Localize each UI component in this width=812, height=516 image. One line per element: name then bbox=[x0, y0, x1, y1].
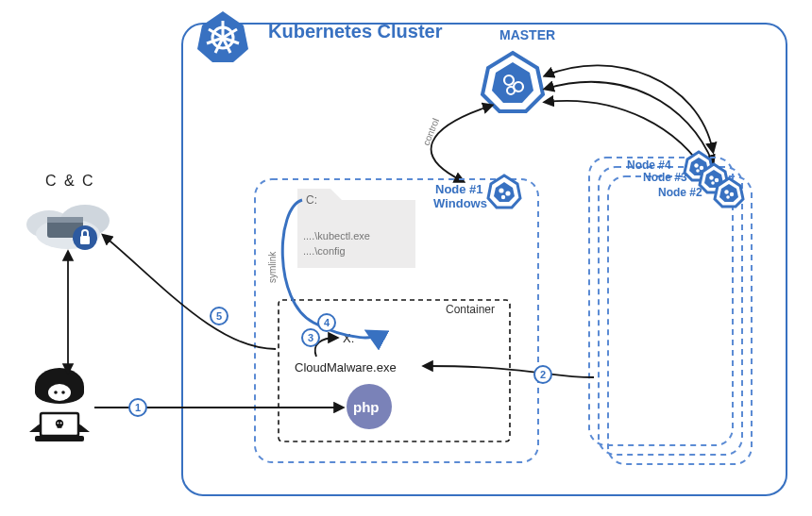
svg-point-27 bbox=[715, 178, 719, 182]
svg-text:4: 4 bbox=[324, 317, 330, 328]
svg-point-28 bbox=[711, 181, 715, 185]
node1-label-line2: Windows bbox=[433, 196, 487, 210]
svg-point-23 bbox=[696, 169, 700, 173]
attacker-icon bbox=[29, 368, 90, 441]
edge-control bbox=[431, 106, 491, 181]
svg-point-31 bbox=[724, 190, 728, 193]
svg-rect-47 bbox=[58, 425, 62, 427]
svg-text:5: 5 bbox=[216, 310, 222, 322]
mount-letter: X: bbox=[343, 331, 354, 345]
node3-box bbox=[599, 167, 742, 455]
drive-letter: C: bbox=[306, 193, 317, 207]
step-badge-4: 4 bbox=[318, 314, 335, 331]
node3-label: Node #3 bbox=[643, 171, 687, 184]
svg-point-48 bbox=[57, 422, 59, 424]
cc-label: C & C bbox=[45, 173, 95, 189]
step-badge-2: 2 bbox=[534, 366, 551, 383]
node4-box bbox=[589, 158, 733, 445]
svg-text:2: 2 bbox=[540, 369, 546, 380]
php-label: php bbox=[353, 399, 380, 415]
svg-text:3: 3 bbox=[308, 332, 313, 343]
master-node-icon bbox=[482, 53, 543, 111]
node4-label: Node #4 bbox=[627, 158, 671, 172]
kubernetes-logo-icon bbox=[197, 11, 248, 62]
cloud-cc-icon bbox=[26, 205, 110, 250]
file-line-2: ....\config bbox=[303, 245, 346, 257]
laptop-icon bbox=[35, 413, 84, 441]
svg-point-41 bbox=[48, 384, 71, 401]
svg-point-16 bbox=[499, 188, 503, 192]
node2-label: Node #2 bbox=[658, 186, 702, 199]
file-line-1: ....\kubectl.exe bbox=[303, 230, 370, 241]
cluster-title: Kubernetes Cluster bbox=[268, 21, 443, 42]
master-label: MASTER bbox=[499, 27, 555, 42]
svg-point-42 bbox=[54, 391, 58, 394]
step-badge-1: 1 bbox=[129, 399, 146, 416]
svg-point-43 bbox=[61, 391, 65, 394]
node1-label-line1: Node #1 bbox=[435, 182, 483, 196]
svg-rect-45 bbox=[35, 436, 84, 441]
svg-point-26 bbox=[709, 175, 713, 179]
lock-icon bbox=[73, 225, 97, 250]
svg-point-18 bbox=[501, 195, 505, 199]
malware-name: CloudMalware.exe bbox=[295, 360, 397, 375]
svg-point-32 bbox=[730, 192, 734, 196]
svg-point-49 bbox=[60, 422, 62, 424]
step-badge-3: 3 bbox=[302, 329, 319, 346]
svg-rect-38 bbox=[47, 217, 83, 223]
svg-point-33 bbox=[726, 195, 730, 199]
svg-point-17 bbox=[505, 191, 510, 195]
control-edge-label: control bbox=[421, 117, 441, 147]
node2-box bbox=[608, 176, 752, 464]
svg-point-22 bbox=[700, 166, 703, 170]
svg-rect-40 bbox=[80, 236, 90, 244]
svg-text:1: 1 bbox=[135, 402, 141, 413]
node1-icon bbox=[488, 175, 520, 208]
file-listing: C: ....\kubectl.exe ....\config bbox=[297, 189, 415, 268]
svg-point-21 bbox=[694, 163, 698, 167]
step-badge-5: 5 bbox=[211, 308, 228, 325]
container-label: Container bbox=[446, 303, 495, 316]
edge-step-5 bbox=[104, 236, 276, 349]
edge-master-node4 bbox=[546, 65, 713, 151]
symlink-edge-label: symlink bbox=[267, 251, 278, 283]
